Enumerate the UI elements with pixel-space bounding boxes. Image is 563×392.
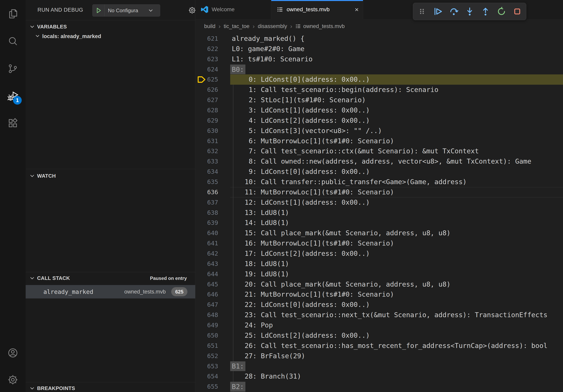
- line-number[interactable]: 626: [195, 85, 218, 95]
- code-line-631[interactable]: 631 6: MutBorrowLoc[1](ts#1#0: Scenario): [195, 136, 563, 146]
- tab-welcome[interactable]: Welcome: [195, 0, 271, 19]
- line-number[interactable]: 639: [195, 218, 218, 228]
- code-line-652[interactable]: 65227: BrFalse(29): [195, 351, 563, 361]
- line-number[interactable]: 624: [195, 64, 218, 75]
- code-line-642[interactable]: 64217: LdConst[2](address: 0x00..): [195, 248, 563, 259]
- code-line-651[interactable]: 65126: Call test_scenario::has_most_rece…: [195, 341, 563, 351]
- tab-owned-tests[interactable]: owned_tests.mvb ×: [271, 0, 363, 19]
- line-number[interactable]: 647: [195, 300, 218, 310]
- line-number[interactable]: 635: [195, 177, 218, 187]
- line-number[interactable]: 630: [195, 126, 218, 136]
- sidebar-item-run-and-debug[interactable]: 1: [0, 84, 26, 108]
- debug-config-dropdown[interactable]: No Configura: [92, 4, 160, 17]
- line-number[interactable]: 637: [195, 197, 218, 208]
- continue-button[interactable]: [431, 4, 445, 19]
- line-number[interactable]: 640: [195, 228, 218, 238]
- section-call-stack[interactable]: CALL STACK: [29, 274, 70, 283]
- line-number[interactable]: 654: [195, 371, 218, 381]
- line-number[interactable]: 623: [195, 54, 218, 64]
- line-number[interactable]: 653: [195, 361, 218, 371]
- code-line-638[interactable]: 63813: LdU8(1): [195, 208, 563, 218]
- code-line-641[interactable]: 64116: MutBorrowLoc[1](ts#1#0: Scenario): [195, 238, 563, 248]
- sidebar-item-explorer[interactable]: [0, 2, 26, 26]
- step-into-button[interactable]: [463, 4, 477, 19]
- code-line-630[interactable]: 630 5: LdConst[3](vector<u8>: "" /..): [195, 126, 563, 136]
- code-line-653[interactable]: 653B1:: [195, 361, 563, 371]
- code-line-655[interactable]: 655B2:: [195, 381, 563, 392]
- line-number[interactable]: 641: [195, 238, 218, 248]
- breadcrumb-file[interactable]: owned_tests.mvb: [295, 23, 345, 29]
- code-line-650[interactable]: 65025: LdConst[2](address: 0x00..): [195, 330, 563, 341]
- sidebar-item-extensions[interactable]: [0, 111, 26, 135]
- stop-button[interactable]: [510, 4, 524, 19]
- line-number[interactable]: 650: [195, 330, 218, 341]
- line-number[interactable]: 631: [195, 136, 218, 146]
- code-line-654[interactable]: 65428: Branch(31): [195, 371, 563, 381]
- code-line-635[interactable]: 63510: Call transfer::public_transfer<Ga…: [195, 177, 563, 187]
- code-line-622[interactable]: 622L0: game#2#0: Game: [195, 44, 563, 54]
- line-number[interactable]: 655: [195, 381, 218, 392]
- line-number[interactable]: 633: [195, 156, 218, 167]
- code-line-643[interactable]: 64318: LdU8(1): [195, 259, 563, 269]
- line-number[interactable]: 622: [195, 44, 218, 54]
- variables-scope-locals[interactable]: locals: already_marked: [35, 33, 101, 39]
- line-number[interactable]: 652: [195, 351, 218, 361]
- code-line-625[interactable]: 625 0: LdConst[0](address: 0x00..): [195, 74, 563, 85]
- start-debug-button[interactable]: [92, 5, 105, 16]
- code-line-637[interactable]: 63712: LdConst[1](address: 0x00..): [195, 197, 563, 208]
- line-number[interactable]: 646: [195, 289, 218, 300]
- code-line-636[interactable]: 63611: MutBorrowLoc[1](ts#1#0: Scenario): [195, 187, 563, 197]
- code-line-623[interactable]: 623L1: ts#1#0: Scenario: [195, 54, 563, 64]
- code-line-627[interactable]: 627 2: StLoc[1](ts#1#0: Scenario): [195, 95, 563, 105]
- section-breakpoints[interactable]: BREAKPOINTS: [29, 384, 75, 392]
- code-line-644[interactable]: 64419: LdU8(1): [195, 269, 563, 279]
- sidebar-item-source-control[interactable]: [0, 57, 26, 80]
- code-line-648[interactable]: 64823: Call test_scenario::next_tx(&mut …: [195, 310, 563, 320]
- close-icon[interactable]: ×: [355, 6, 359, 13]
- code-line-647[interactable]: 64722: LdConst[0](address: 0x00..): [195, 300, 563, 310]
- code-line-628[interactable]: 628 3: LdConst[1](address: 0x00..): [195, 105, 563, 116]
- line-number[interactable]: 638: [195, 208, 218, 218]
- sidebar-item-search[interactable]: [0, 30, 26, 53]
- line-number[interactable]: 629: [195, 116, 218, 126]
- settings-button[interactable]: [0, 368, 26, 392]
- line-number[interactable]: 649: [195, 320, 218, 330]
- step-over-button[interactable]: [447, 4, 461, 19]
- code-line-632[interactable]: 632 7: Call test_scenario::ctx(&mut Scen…: [195, 146, 563, 156]
- code-line-624[interactable]: 624B0:: [195, 64, 563, 75]
- code-line-639[interactable]: 63914: LdU8(1): [195, 218, 563, 228]
- call-stack-frame[interactable]: already_marked owned_tests.mvb 625: [26, 285, 195, 299]
- line-number[interactable]: 642: [195, 248, 218, 259]
- line-number[interactable]: 644: [195, 269, 218, 279]
- line-number[interactable]: 627: [195, 95, 218, 105]
- line-number[interactable]: 634: [195, 167, 218, 177]
- line-number[interactable]: 648: [195, 310, 218, 320]
- code-line-634[interactable]: 634 9: LdConst[0](address: 0x00..): [195, 167, 563, 177]
- section-variables[interactable]: VARIABLES: [29, 22, 67, 31]
- line-number[interactable]: 621: [195, 34, 218, 44]
- code-line-646[interactable]: 64621: MutBorrowLoc[1](ts#1#0: Scenario): [195, 289, 563, 300]
- code-line-649[interactable]: 64924: Pop: [195, 320, 563, 330]
- account-button[interactable]: [0, 341, 26, 365]
- activity-bar: 1: [0, 0, 26, 392]
- toolbar-drag-handle[interactable]: [415, 4, 429, 19]
- breadcrumb-item[interactable]: build: [204, 23, 215, 29]
- code-line-626[interactable]: 626 1: Call test_scenario::begin(address…: [195, 85, 563, 95]
- line-number[interactable]: 651: [195, 341, 218, 351]
- code-line-645[interactable]: 64520: Call place_mark(&mut Scenario, ad…: [195, 279, 563, 289]
- line-number[interactable]: 628: [195, 105, 218, 116]
- line-number[interactable]: 643: [195, 259, 218, 269]
- breadcrumb-item[interactable]: disassembly: [258, 23, 287, 29]
- line-number[interactable]: 636: [195, 187, 218, 197]
- code-line-640[interactable]: 64015: Call place_mark(&mut Scenario, ad…: [195, 228, 563, 238]
- breadcrumb-item[interactable]: tic_tac_toe: [224, 23, 250, 29]
- line-number[interactable]: 632: [195, 146, 218, 156]
- code-line-633[interactable]: 633 8: Call owned::new(address, address,…: [195, 156, 563, 167]
- line-number[interactable]: 645: [195, 279, 218, 289]
- step-out-button[interactable]: [478, 4, 493, 19]
- code-line-629[interactable]: 629 4: LdConst[2](address: 0x00..): [195, 116, 563, 126]
- restart-button[interactable]: [494, 4, 509, 19]
- section-watch[interactable]: WATCH: [29, 171, 56, 180]
- code-line-621[interactable]: 621already_marked() {: [195, 34, 563, 44]
- editor-code-area[interactable]: 621already_marked() {622L0: game#2#0: Ga…: [195, 34, 563, 392]
